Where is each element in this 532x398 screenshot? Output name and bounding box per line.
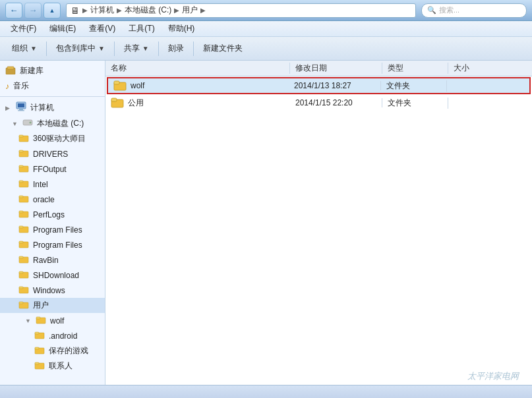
sidebar-item-label: RavBin bbox=[33, 256, 59, 265]
computer-icon bbox=[16, 101, 26, 114]
sidebar-item-label: FFOutput bbox=[33, 165, 67, 174]
sidebar-item-360[interactable]: 360驱动大师目 bbox=[0, 131, 105, 146]
sidebar-item-music[interactable]: ♪ 音乐 bbox=[0, 78, 105, 94]
address-part-3: 用户 bbox=[182, 5, 198, 16]
folder-icon bbox=[111, 96, 124, 110]
col-header-type[interactable]: 类型 bbox=[382, 63, 448, 74]
folder-icon bbox=[34, 330, 45, 341]
drive-icon bbox=[22, 118, 33, 129]
burn-label: 刻录 bbox=[168, 43, 184, 54]
new-folder-label: 新建文件夹 bbox=[203, 43, 243, 54]
expand-icon: ▶ bbox=[5, 105, 12, 111]
file-list-body: wolf 2014/1/13 18:27 文件夹 公用 20 bbox=[105, 76, 532, 385]
sidebar-item-label: oracle bbox=[33, 195, 55, 204]
menu-edit[interactable]: 编辑(E) bbox=[44, 22, 81, 36]
svg-rect-15 bbox=[19, 181, 23, 183]
menu-bar: 文件(F) 编辑(E) 查看(V) 工具(T) 帮助(H) bbox=[0, 21, 532, 37]
sidebar-item-windows[interactable]: Windows bbox=[0, 283, 105, 298]
sidebar-item-label: 保存的游戏 bbox=[49, 345, 88, 356]
folder-icon bbox=[18, 194, 29, 205]
sidebar-item-label: 音乐 bbox=[13, 80, 29, 92]
forward-button[interactable]: → bbox=[24, 3, 42, 18]
sidebar-item-android[interactable]: .android bbox=[0, 328, 105, 343]
toolbar-share[interactable]: 共享 ▼ bbox=[117, 40, 156, 58]
main-content: 新建库 ♪ 音乐 ▶ 计算机 ▼ bbox=[0, 61, 532, 385]
sidebar-item-ravbin[interactable]: RavBin bbox=[0, 252, 105, 268]
nav-buttons: ← → ▲ bbox=[5, 3, 61, 18]
file-list-header: 名称 修改日期 类型 大小 bbox=[105, 61, 532, 76]
svg-rect-27 bbox=[19, 271, 23, 273]
col-header-date[interactable]: 修改日期 bbox=[290, 63, 382, 74]
file-row-wolf-type: 文件夹 bbox=[381, 80, 447, 92]
sidebar-item-oracle[interactable]: oracle bbox=[0, 192, 105, 207]
toolbar-burn[interactable]: 刻录 bbox=[162, 40, 191, 58]
sidebar-item-new-library[interactable]: 新建库 bbox=[0, 63, 105, 78]
up-button[interactable]: ▲ bbox=[44, 3, 61, 18]
separator-3 bbox=[158, 42, 159, 56]
sidebar-item-label: Program Files bbox=[33, 241, 82, 250]
svg-rect-13 bbox=[19, 165, 23, 167]
sidebar: 新建库 ♪ 音乐 ▶ 计算机 ▼ bbox=[0, 61, 105, 385]
svg-rect-3 bbox=[18, 103, 24, 107]
folder-icon bbox=[36, 315, 46, 326]
svg-rect-35 bbox=[35, 332, 39, 334]
sidebar-item-label: Intel bbox=[33, 180, 48, 189]
sidebar-item-label: 计算机 bbox=[30, 102, 54, 113]
sidebar-item-users[interactable]: 用户 bbox=[0, 298, 105, 313]
sidebar-item-label: SHDownload bbox=[33, 271, 79, 280]
sidebar-item-ffoutput[interactable]: FFOutput bbox=[0, 161, 105, 177]
toolbar-organize[interactable]: 组织 ▼ bbox=[5, 40, 44, 58]
sidebar-item-label: PerfLogs bbox=[33, 210, 65, 219]
svg-rect-31 bbox=[19, 302, 23, 304]
toolbar-new-folder[interactable]: 新建文件夹 bbox=[196, 40, 249, 58]
file-name: 公用 bbox=[128, 98, 144, 109]
sidebar-item-computer[interactable]: ▶ 计算机 bbox=[0, 100, 105, 116]
svg-rect-23 bbox=[19, 241, 23, 243]
sidebar-divider bbox=[0, 96, 105, 97]
folder-icon bbox=[18, 148, 29, 159]
folder-icon bbox=[18, 133, 29, 144]
organize-label: 组织 bbox=[12, 43, 28, 54]
svg-rect-9 bbox=[19, 135, 23, 137]
menu-file[interactable]: 文件(F) bbox=[5, 22, 42, 36]
folder-icon bbox=[18, 239, 29, 250]
sidebar-item-label: Windows bbox=[33, 286, 65, 295]
title-bar: ← → ▲ 🖥 ▶ 计算机 ▶ 本地磁盘 (C:) ▶ 用户 ▶ 🔍 搜索... bbox=[0, 0, 532, 21]
svg-rect-4 bbox=[19, 109, 23, 110]
sidebar-item-saved-games[interactable]: 保存的游戏 bbox=[0, 343, 105, 358]
col-header-size[interactable]: 大小 bbox=[448, 63, 501, 74]
organize-dropdown-icon: ▼ bbox=[30, 45, 37, 52]
folder-icon bbox=[18, 224, 29, 235]
address-bar[interactable]: 🖥 ▶ 计算机 ▶ 本地磁盘 (C:) ▶ 用户 ▶ bbox=[66, 3, 416, 18]
file-row-wolf[interactable]: wolf 2014/1/13 18:27 文件夹 bbox=[107, 77, 531, 94]
sidebar-item-label: DRIVERS bbox=[33, 150, 68, 159]
col-header-name[interactable]: 名称 bbox=[105, 63, 290, 74]
sidebar-item-contacts[interactable]: 联系人 bbox=[0, 358, 105, 374]
sidebar-item-program-files-1[interactable]: Program Files bbox=[0, 222, 105, 237]
sidebar-item-wolf[interactable]: ▼ wolf bbox=[0, 313, 105, 328]
file-name: wolf bbox=[131, 81, 144, 90]
sidebar-item-shdownload[interactable]: SHDownload bbox=[0, 268, 105, 283]
file-row-public[interactable]: 公用 2014/1/15 22:20 文件夹 bbox=[105, 95, 532, 111]
file-row-wolf-date: 2014/1/13 18:27 bbox=[289, 81, 381, 90]
folder-icon bbox=[18, 254, 29, 266]
back-button[interactable]: ← bbox=[5, 3, 22, 18]
separator-1 bbox=[46, 42, 47, 56]
sidebar-item-program-files-2[interactable]: Program Files bbox=[0, 237, 105, 252]
search-bar[interactable]: 🔍 搜索... bbox=[421, 3, 527, 18]
menu-tools[interactable]: 工具(T) bbox=[123, 22, 160, 36]
music-icon: ♪ bbox=[5, 82, 9, 91]
sidebar-item-perflogs[interactable]: PerfLogs bbox=[0, 207, 105, 222]
folder-icon bbox=[18, 270, 29, 281]
sidebar-item-local-disk[interactable]: ▼ 本地磁盘 (C:) bbox=[0, 116, 105, 131]
menu-view[interactable]: 查看(V) bbox=[84, 22, 121, 36]
include-library-label: 包含到库中 bbox=[56, 43, 96, 54]
toolbar-include-library[interactable]: 包含到库中 ▼ bbox=[49, 40, 111, 58]
sidebar-item-drivers[interactable]: DRIVERS bbox=[0, 146, 105, 161]
file-row-public-type: 文件夹 bbox=[382, 98, 448, 109]
sidebar-item-label: 360驱动大师目 bbox=[33, 133, 86, 144]
svg-rect-5 bbox=[18, 110, 24, 111]
file-row-wolf-name: wolf bbox=[108, 79, 289, 93]
menu-help[interactable]: 帮助(H) bbox=[163, 22, 200, 36]
sidebar-item-intel[interactable]: Intel bbox=[0, 177, 105, 192]
